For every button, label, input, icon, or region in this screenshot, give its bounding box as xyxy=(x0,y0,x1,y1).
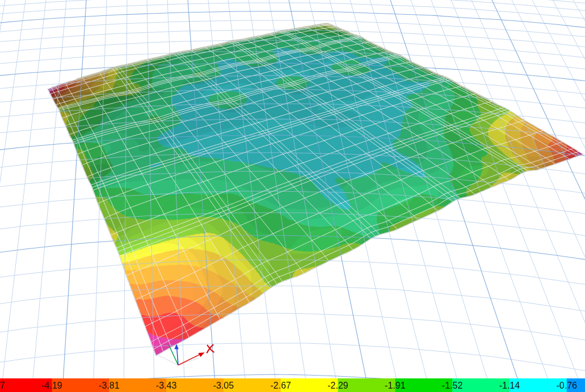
svg-text:-4.57: -4.57 xyxy=(0,381,5,390)
svg-text:-1.91: -1.91 xyxy=(385,381,406,390)
svg-text:-2.67: -2.67 xyxy=(270,381,291,390)
svg-text:-4.19: -4.19 xyxy=(41,381,62,390)
svg-text:-2.29: -2.29 xyxy=(327,381,348,390)
svg-text:-1.52: -1.52 xyxy=(442,381,463,390)
svg-text:-1.14: -1.14 xyxy=(499,381,520,390)
svg-text:-3.81: -3.81 xyxy=(99,381,120,390)
svg-text:-0.76: -0.76 xyxy=(556,381,577,390)
svg-text:-3.43: -3.43 xyxy=(156,381,177,390)
svg-text:-3.05: -3.05 xyxy=(213,381,234,390)
